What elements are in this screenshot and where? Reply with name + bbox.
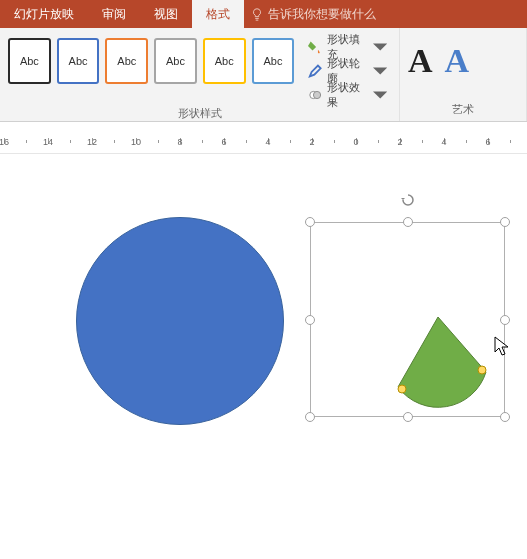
tell-me-text: 告诉我你想要做什么 bbox=[268, 6, 376, 23]
shape-outline-button[interactable]: 形状轮廓 bbox=[304, 60, 391, 82]
slide-canvas[interactable] bbox=[0, 154, 527, 554]
rotate-icon bbox=[400, 192, 416, 208]
ruler-number: 12 bbox=[87, 137, 97, 147]
shape-style-2[interactable]: Abc bbox=[57, 38, 100, 84]
shape-style-1[interactable]: Abc bbox=[8, 38, 51, 84]
ruler-number: 16 bbox=[0, 137, 9, 147]
wordart-group: A A 艺术 bbox=[400, 28, 527, 121]
resize-handle-br[interactable] bbox=[500, 412, 510, 422]
ruler-number: 2 bbox=[309, 137, 314, 147]
ruler-gap bbox=[0, 122, 527, 134]
tab-view[interactable]: 视图 bbox=[140, 0, 192, 28]
ruler-number: 0 bbox=[353, 137, 358, 147]
resize-handle-bl[interactable] bbox=[305, 412, 315, 422]
shape-circle[interactable] bbox=[76, 217, 284, 425]
ruler-number: 8 bbox=[177, 137, 182, 147]
tab-slideshow[interactable]: 幻灯片放映 bbox=[0, 0, 88, 28]
resize-handle-tm[interactable] bbox=[403, 217, 413, 227]
svg-point-1 bbox=[314, 91, 321, 98]
chevron-down-icon bbox=[373, 39, 387, 55]
ruler-number: 10 bbox=[131, 137, 141, 147]
ribbon-tabs: 幻灯片放映 审阅 视图 格式 告诉我你想要做什么 bbox=[0, 0, 527, 28]
shape-style-5[interactable]: Abc bbox=[203, 38, 246, 84]
ruler-number: 14 bbox=[43, 137, 53, 147]
shape-style-3[interactable]: Abc bbox=[105, 38, 148, 84]
paint-bucket-icon bbox=[308, 39, 322, 55]
shape-styles-group: Abc Abc Abc Abc Abc Abc 形状填充 形状轮廓 bbox=[0, 28, 400, 121]
resize-handle-tr[interactable] bbox=[500, 217, 510, 227]
shape-options: 形状填充 形状轮廓 形状效果 bbox=[304, 36, 391, 106]
pen-icon bbox=[308, 63, 322, 79]
shape-selection-box bbox=[310, 222, 505, 417]
tab-format[interactable]: 格式 bbox=[192, 0, 244, 28]
shape-styles-group-label: 形状样式 bbox=[8, 106, 391, 123]
shape-effects-button[interactable]: 形状效果 bbox=[304, 84, 391, 106]
resize-handle-mr[interactable] bbox=[500, 315, 510, 325]
ruler-number: 4 bbox=[265, 137, 270, 147]
shape-style-4[interactable]: Abc bbox=[154, 38, 197, 84]
ribbon: Abc Abc Abc Abc Abc Abc 形状填充 形状轮廓 bbox=[0, 28, 527, 122]
rotate-handle[interactable] bbox=[400, 192, 416, 208]
ruler-number: 2 bbox=[397, 137, 402, 147]
chevron-down-icon bbox=[373, 87, 387, 103]
effects-icon bbox=[308, 87, 322, 103]
shape-fill-button[interactable]: 形状填充 bbox=[304, 36, 391, 58]
tab-review[interactable]: 审阅 bbox=[88, 0, 140, 28]
ruler-number: 4 bbox=[441, 137, 446, 147]
ruler-number: 6 bbox=[485, 137, 490, 147]
wordart-style-1[interactable]: A bbox=[408, 42, 433, 80]
resize-handle-tl[interactable] bbox=[305, 217, 315, 227]
shape-style-6[interactable]: Abc bbox=[252, 38, 295, 84]
tell-me-search[interactable]: 告诉我你想要做什么 bbox=[244, 0, 386, 28]
horizontal-ruler[interactable]: 1614121086420246 bbox=[0, 134, 527, 154]
adjust-handle-1[interactable] bbox=[478, 366, 487, 375]
chevron-down-icon bbox=[373, 63, 387, 79]
resize-handle-ml[interactable] bbox=[305, 315, 315, 325]
wordart-style-2[interactable]: A bbox=[445, 42, 470, 80]
ruler-number: 6 bbox=[221, 137, 226, 147]
wordart-group-label: 艺术 bbox=[408, 102, 518, 119]
lightbulb-icon bbox=[250, 7, 264, 21]
adjust-handle-2[interactable] bbox=[398, 385, 407, 394]
